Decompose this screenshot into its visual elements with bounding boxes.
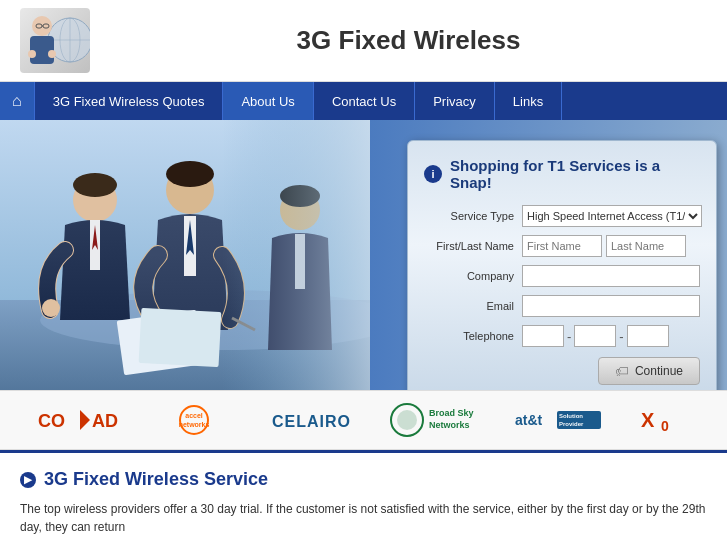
telephone-row: Telephone - - <box>424 325 700 347</box>
tel-area-input[interactable] <box>522 325 564 347</box>
continue-button[interactable]: 🏷 Continue <box>598 357 700 385</box>
accel-logo: accel networks <box>154 405 234 435</box>
info-icon: i <box>424 165 442 183</box>
logo-bar: CO AD accel networks CELAIRO Broad Sky N… <box>0 390 727 450</box>
name-label: First/Last Name <box>424 240 514 252</box>
svg-point-10 <box>28 50 36 58</box>
content-section: ▶ 3G Fixed Wireless Service The top wire… <box>0 450 727 545</box>
svg-point-11 <box>48 50 56 58</box>
covad-logo: CO AD <box>38 405 118 435</box>
first-name-input[interactable] <box>522 235 602 257</box>
svg-rect-30 <box>0 120 370 390</box>
content-title: ▶ 3G Fixed Wireless Service <box>20 469 707 490</box>
logo-image <box>20 8 90 73</box>
svg-text:0: 0 <box>661 418 669 434</box>
svg-text:Provider: Provider <box>559 421 584 427</box>
celairo-logo: CELAIRO <box>270 405 350 435</box>
nav-item-about[interactable]: About Us <box>223 82 313 120</box>
svg-text:accel: accel <box>185 412 203 419</box>
svg-point-34 <box>180 406 208 434</box>
svg-text:CO: CO <box>38 411 65 431</box>
last-name-input[interactable] <box>606 235 686 257</box>
svg-point-39 <box>397 410 417 430</box>
hero-image <box>0 120 370 390</box>
svg-text:Broad Sky: Broad Sky <box>429 408 474 418</box>
header: 3G Fixed Wireless <box>0 0 727 82</box>
telephone-label: Telephone <box>424 330 514 342</box>
svg-text:X: X <box>641 409 655 431</box>
svg-rect-6 <box>30 36 54 64</box>
form-button-row: 🏷 Continue <box>424 357 700 385</box>
nav-item-contact[interactable]: Contact Us <box>314 82 415 120</box>
hero-section: i Shopping for T1 Services is a Snap! Se… <box>0 120 727 390</box>
company-input[interactable] <box>522 265 700 287</box>
home-icon: ⌂ <box>12 92 22 110</box>
form-title: i Shopping for T1 Services is a Snap! <box>424 157 700 191</box>
name-row: First/Last Name <box>424 235 700 257</box>
nav-item-privacy[interactable]: Privacy <box>415 82 495 120</box>
tel-sep-2: - <box>619 329 623 344</box>
page-title: 3G Fixed Wireless <box>110 25 707 56</box>
service-type-row: Service Type High Speed Internet Access … <box>424 205 700 227</box>
telephone-inputs: - - <box>522 325 669 347</box>
company-row: Company <box>424 265 700 287</box>
service-type-select[interactable]: High Speed Internet Access (T1/DS <box>522 205 702 227</box>
name-inputs <box>522 235 686 257</box>
content-icon: ▶ <box>20 472 36 488</box>
email-label: Email <box>424 300 514 312</box>
continue-icon: 🏷 <box>615 363 629 379</box>
svg-text:AD: AD <box>92 411 118 431</box>
email-input[interactable] <box>522 295 700 317</box>
company-label: Company <box>424 270 514 282</box>
service-type-label: Service Type <box>424 210 514 222</box>
nav-home-button[interactable]: ⌂ <box>0 82 35 120</box>
svg-text:at&t: at&t <box>515 412 543 428</box>
email-row: Email <box>424 295 700 317</box>
svg-text:Solution: Solution <box>559 413 583 419</box>
tel-number-input[interactable] <box>627 325 669 347</box>
xo-logo: X 0 <box>639 405 689 435</box>
tel-sep-1: - <box>567 329 571 344</box>
header-logo <box>20 8 90 73</box>
broadsky-logo: Broad Sky Networks <box>387 400 477 440</box>
content-text: The top wireless providers offer a 30 da… <box>20 500 707 536</box>
main-nav: ⌂ 3G Fixed Wireless Quotes About Us Cont… <box>0 82 727 120</box>
att-logo: at&t Solution Provider <box>513 403 603 438</box>
form-panel: i Shopping for T1 Services is a Snap! Se… <box>407 140 717 390</box>
svg-text:CELAIRO: CELAIRO <box>272 413 350 430</box>
nav-item-links[interactable]: Links <box>495 82 562 120</box>
svg-marker-32 <box>80 410 90 430</box>
nav-item-quotes[interactable]: 3G Fixed Wireless Quotes <box>35 82 224 120</box>
svg-text:networks: networks <box>179 421 210 428</box>
svg-text:Networks: Networks <box>429 420 470 430</box>
tel-exchange-input[interactable] <box>574 325 616 347</box>
